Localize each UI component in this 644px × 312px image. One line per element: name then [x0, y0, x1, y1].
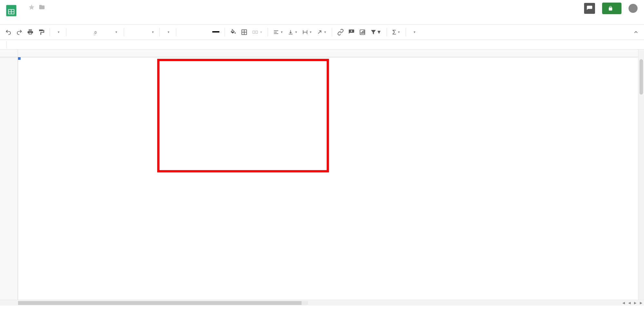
sheet-nav-leftend[interactable]: ◀	[627, 300, 632, 306]
filter-button[interactable]: ▼	[368, 27, 384, 37]
paint-format-button[interactable]	[36, 27, 46, 37]
merge-cells-button[interactable]: ▼	[250, 27, 264, 37]
sheet-nav-rightend[interactable]: ▶	[638, 300, 644, 306]
redo-button[interactable]	[14, 27, 24, 37]
menu-insert[interactable]	[40, 15, 46, 18]
menu-file[interactable]	[21, 15, 27, 18]
borders-button[interactable]	[239, 27, 249, 37]
sheets-logo[interactable]	[5, 4, 18, 17]
decrease-decimal-button[interactable]: .0←	[90, 27, 100, 37]
svg-rect-7	[253, 31, 255, 33]
print-button[interactable]	[25, 27, 35, 37]
account-avatar[interactable]	[629, 4, 638, 13]
collapse-toolbar-button[interactable]	[631, 27, 641, 37]
zoom-dropdown[interactable]: ▼	[53, 27, 63, 37]
lock-icon	[608, 6, 613, 11]
folder-icon[interactable]	[39, 4, 45, 10]
sheet-nav-left[interactable]: ◀	[621, 300, 627, 306]
undo-button[interactable]	[3, 27, 14, 37]
number-format-dropdown[interactable]: ▼	[111, 27, 120, 37]
insert-comment-button[interactable]	[346, 27, 357, 37]
menu-help[interactable]	[72, 15, 79, 18]
input-language-button[interactable]: ▼	[409, 27, 419, 37]
share-button[interactable]	[602, 3, 621, 14]
italic-button[interactable]	[190, 27, 199, 37]
horizontal-align-button[interactable]: ▼	[271, 27, 285, 37]
strikethrough-button[interactable]	[200, 27, 210, 37]
insert-chart-button[interactable]	[357, 27, 368, 37]
svg-rect-8	[256, 31, 258, 33]
percent-button[interactable]	[80, 27, 90, 37]
text-rotation-button[interactable]: ▼	[315, 27, 329, 37]
menu-view[interactable]	[34, 15, 40, 18]
text-color-button[interactable]	[210, 27, 221, 37]
svg-rect-17	[362, 31, 363, 34]
sheet-nav-right[interactable]: ▶	[632, 300, 638, 306]
vertical-align-button[interactable]: ▼	[286, 27, 300, 37]
toolbar: ▼ .0← ▼ ▼ ▼ ▼ ▼ ▼ ▼ ▼ ▼ Σ▼ ▼	[0, 24, 644, 40]
formula-input[interactable]	[7, 40, 644, 49]
fill-color-button[interactable]	[228, 27, 238, 37]
insert-link-button[interactable]	[335, 27, 346, 37]
doc-title[interactable]	[21, 6, 24, 8]
bold-button[interactable]	[179, 27, 189, 37]
increase-decimal-button[interactable]	[101, 27, 110, 37]
select-all-corner[interactable]	[0, 50, 18, 57]
svg-rect-18	[363, 30, 364, 34]
menu-format[interactable]	[46, 15, 53, 18]
annotation-rectangle	[157, 59, 329, 172]
menu-bar	[21, 12, 83, 21]
font-size-dropdown[interactable]: ▼	[163, 27, 173, 37]
menu-data[interactable]	[53, 15, 59, 18]
text-wrap-button[interactable]: ▼	[300, 27, 314, 37]
star-icon[interactable]	[28, 4, 35, 10]
comments-button[interactable]	[584, 3, 595, 14]
vertical-scrollbar[interactable]	[638, 50, 644, 300]
font-family-dropdown[interactable]: ▼	[127, 27, 156, 37]
currency-button[interactable]	[70, 27, 79, 37]
svg-rect-16	[361, 32, 362, 34]
menu-edit[interactable]	[27, 15, 34, 18]
horizontal-scrollbar[interactable]	[18, 301, 308, 305]
menu-tools[interactable]	[59, 15, 66, 18]
functions-button[interactable]: Σ▼	[390, 27, 402, 37]
menu-addons[interactable]	[66, 15, 72, 18]
fill-handle[interactable]	[18, 57, 21, 60]
